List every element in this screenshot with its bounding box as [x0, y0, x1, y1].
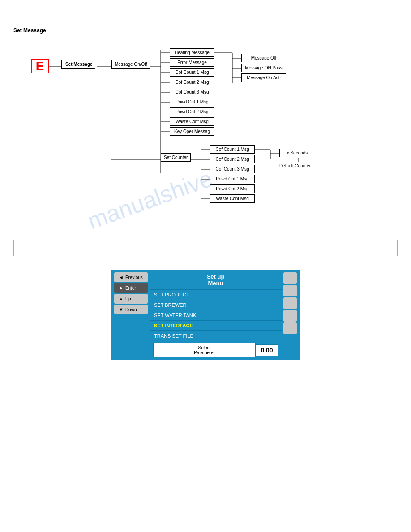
down-arrow-icon: ▼	[119, 307, 124, 312]
display-panel: ◄ Previous ► Enter ▲ Up ▼ Down Set up	[111, 270, 300, 360]
powd-cnt2-counter-node: Powd Cnt 2 Msg	[210, 184, 255, 193]
set-counter-node: Set Counter	[161, 153, 191, 162]
panel-footer: SelectParameter 0.00	[150, 341, 282, 359]
up-button[interactable]: ▲ Up	[114, 294, 148, 304]
right-btn-3[interactable]	[283, 297, 297, 309]
cof-count3-counter-node: Cof Count 3 Msg	[210, 165, 255, 173]
down-label: Down	[125, 307, 137, 312]
enter-button[interactable]: ► Enter	[114, 283, 148, 293]
enter-label: Enter	[125, 286, 136, 291]
key-oper-messag-node: Key Oper Messag	[170, 127, 214, 136]
previous-arrow-icon: ◄	[119, 275, 124, 280]
menu-item-set-water-tank[interactable]: SET WATER TANK	[150, 310, 282, 321]
down-button[interactable]: ▼ Down	[114, 305, 148, 314]
set-message-node: Set Message	[61, 60, 99, 69]
cof-count1-counter-node: Cof Count 1 Msg	[210, 145, 255, 154]
powd-cnt2-msg-node: Powd Cnt 2 Msg	[170, 107, 214, 116]
right-btn-5[interactable]	[283, 322, 297, 334]
bottom-divider	[13, 369, 398, 369]
previous-label: Previous	[125, 275, 143, 280]
select-parameter-label: SelectParameter	[153, 343, 256, 357]
panel-content: Set upMenu SET PRODUCT SET BREWER SET WA…	[150, 270, 282, 359]
panel-right-buttons	[282, 270, 299, 359]
right-btn-4[interactable]	[283, 310, 297, 322]
message-on-pass-node: Message ON Pass	[241, 64, 286, 72]
message-off-node: Message Off	[241, 54, 286, 62]
panel-left-buttons: ◄ Previous ► Enter ▲ Up ▼ Down	[112, 270, 150, 359]
display-panel-wrapper: ◄ Previous ► Enter ▲ Up ▼ Down Set up	[0, 270, 411, 360]
section-title: Set Message	[13, 27, 46, 34]
watermark: manualshive	[84, 165, 216, 235]
cof-count3-msg-node: Cof Count 3 Msg	[170, 88, 214, 96]
waste-cont-msg-node: Waste Cont Msg	[170, 117, 214, 126]
menu-item-set-product[interactable]: SET PRODUCT	[150, 290, 282, 300]
powd-cnt1-msg-node: Powd Cnt 1 Msg	[170, 98, 214, 106]
menu-item-trans-set-file[interactable]: TRANS SET FILE	[150, 331, 282, 341]
panel-menu-items: SET PRODUCT SET BREWER SET WATER TANK SE…	[150, 290, 282, 341]
right-btn-1[interactable]	[283, 272, 297, 284]
waste-cont-counter-node: Waste Cont Msg	[210, 194, 255, 203]
enter-arrow-icon: ►	[119, 285, 124, 291]
x-seconds-node: x Seconds	[279, 149, 315, 157]
e-symbol: E	[31, 59, 49, 73]
cof-count1-msg-node: Cof Count 1 Msg	[170, 68, 214, 77]
panel-value: 0.00	[256, 344, 278, 356]
powd-cnt1-counter-node: Powd Cnt 1 Msg	[210, 175, 255, 183]
error-message-node: Error Message	[170, 58, 214, 67]
cof-count2-msg-node: Cof Count 2 Msg	[170, 78, 214, 86]
up-arrow-icon: ▲	[119, 296, 124, 301]
info-box	[13, 240, 398, 256]
message-on-off-node: Message On/Off	[111, 60, 150, 69]
top-divider	[13, 18, 398, 18]
heating-message-node: Heating Message	[170, 48, 214, 57]
right-btn-2[interactable]	[283, 285, 297, 296]
cof-count2-counter-node: Cof Count 2 Msg	[210, 155, 255, 163]
menu-item-set-brewer[interactable]: SET BREWER	[150, 300, 282, 310]
previous-button[interactable]: ◄ Previous	[114, 272, 148, 282]
menu-item-set-interface[interactable]: SET INTERFACE	[150, 321, 282, 331]
up-label: Up	[125, 296, 131, 301]
flow-diagram: E Set Message Message On/Off Heating Mes…	[13, 43, 398, 231]
message-on-acti-node: Message On Acti	[241, 73, 286, 82]
panel-title: Set upMenu	[150, 270, 282, 290]
default-counter-node: Default Counter	[273, 162, 317, 170]
